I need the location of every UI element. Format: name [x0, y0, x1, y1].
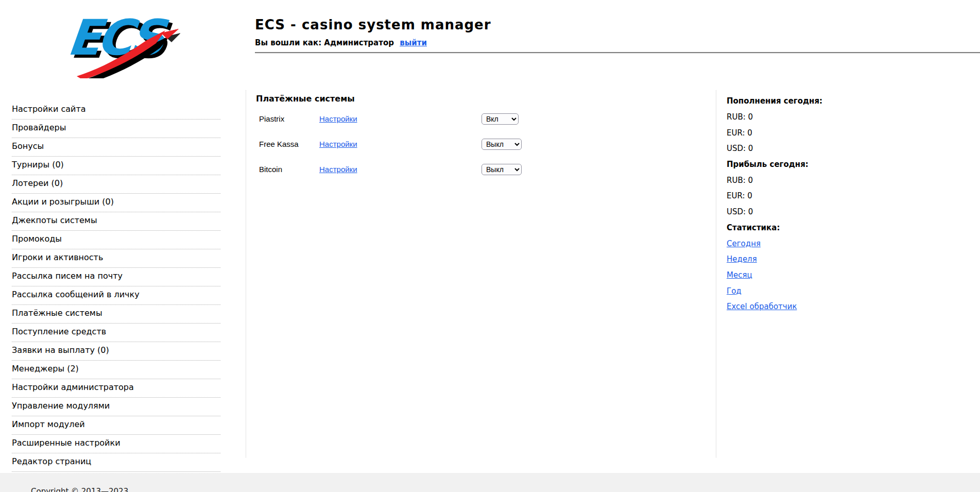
statistics-heading: Статистика:	[727, 220, 891, 236]
sidebar-item-advanced-settings[interactable]: Расширенные настройки	[12, 435, 220, 453]
sidebar-item-promocodes[interactable]: Промокоды	[12, 231, 220, 249]
page-title: ECS - casino system manager	[255, 17, 491, 32]
sidebar-item-payment-systems[interactable]: Платёжные системы	[12, 305, 220, 324]
sidebar-item-promotions[interactable]: Акции и розыгрыши (0)	[12, 194, 220, 212]
sidebar-item-page-editor[interactable]: Редактор страниц	[12, 453, 220, 472]
content-divider	[716, 90, 716, 457]
payment-state-select-piastrix[interactable]: Вкл	[482, 113, 519, 125]
payment-settings-link-freekassa[interactable]: Настройки	[319, 140, 357, 148]
payment-name-freekassa: Free Kassa	[259, 140, 299, 148]
sidebar-item-bonuses[interactable]: Бонусы	[12, 138, 220, 157]
payment-settings-link-bitcoin[interactable]: Настройки	[319, 165, 357, 174]
payment-systems-heading: Платёжные системы	[256, 94, 355, 104]
sidebar-item-site-settings[interactable]: Настройки сайта	[12, 101, 220, 120]
profit-rub: RUB: 0	[727, 172, 891, 188]
payment-state-select-freekassa[interactable]: Выкл	[482, 139, 522, 150]
sidebar-item-providers[interactable]: Провайдеры	[12, 120, 220, 138]
sidebar-item-incoming-funds[interactable]: Поступление средств	[12, 324, 220, 342]
payment-settings-link-piastrix[interactable]: Настройки	[319, 114, 357, 123]
logout-link[interactable]: выйти	[400, 38, 427, 47]
sidebar-item-managers[interactable]: Менеджеры (2)	[12, 361, 220, 379]
sidebar-item-payout-requests[interactable]: Заявки на выплату (0)	[12, 342, 220, 361]
footer: Copyright © 2013—2023	[0, 473, 980, 492]
sidebar-item-pm-newsletter[interactable]: Рассылка сообщений в личку	[12, 286, 220, 305]
deposits-rub: RUB: 0	[727, 109, 891, 125]
payment-row: Piastrix Настройки Вкл	[256, 113, 709, 125]
deposits-usd: USD: 0	[727, 141, 891, 157]
profit-eur: EUR: 0	[727, 188, 891, 204]
copyright-text: Copyright © 2013—2023	[31, 487, 128, 492]
payment-row: Bitcoin Настройки Выкл	[256, 164, 709, 175]
stats-link-excel[interactable]: Excel обработчик	[727, 302, 797, 311]
sidebar-item-email-newsletter[interactable]: Рассылка писем на почту	[12, 268, 220, 286]
sidebar-divider	[246, 90, 246, 457]
payment-row: Free Kassa Настройки Выкл	[256, 139, 709, 150]
deposits-today-heading: Пополнения сегодня:	[727, 93, 891, 109]
sidebar-item-tournaments[interactable]: Турниры (0)	[12, 157, 220, 175]
sidebar-item-module-management[interactable]: Управление модулями	[12, 398, 220, 416]
ecs-logo: ECS ECS	[70, 6, 180, 78]
payment-name-bitcoin: Bitcoin	[259, 165, 282, 174]
login-status-label: Вы вошли как: Администратор	[255, 38, 394, 47]
stats-link-week[interactable]: Неделя	[727, 255, 757, 264]
sidebar-item-players-activity[interactable]: Игроки и активность	[12, 249, 220, 268]
deposits-eur: EUR: 0	[727, 125, 891, 141]
profit-today-heading: Прибыль сегодня:	[727, 157, 891, 173]
payment-state-select-bitcoin[interactable]: Выкл	[482, 164, 522, 175]
stats-panel: Пополнения сегодня: RUB: 0 EUR: 0 USD: 0…	[727, 93, 891, 315]
sidebar-item-lotteries[interactable]: Лотереи (0)	[12, 175, 220, 194]
sidebar-menu: Настройки сайта Провайдеры Бонусы Турнир…	[12, 101, 220, 490]
stats-link-today[interactable]: Сегодня	[727, 239, 761, 248]
login-status: Вы вошли как: Администратор выйти	[255, 38, 427, 47]
header-divider	[255, 52, 980, 54]
sidebar-item-module-import[interactable]: Импорт модулей	[12, 416, 220, 435]
profit-usd: USD: 0	[727, 204, 891, 220]
stats-link-year[interactable]: Год	[727, 286, 742, 296]
stats-link-month[interactable]: Месяц	[727, 270, 752, 280]
sidebar-item-admin-settings[interactable]: Настройки администратора	[12, 379, 220, 398]
payment-name-piastrix: Piastrix	[259, 114, 284, 123]
sidebar-item-jackpots[interactable]: Джекпоты системы	[12, 212, 220, 231]
